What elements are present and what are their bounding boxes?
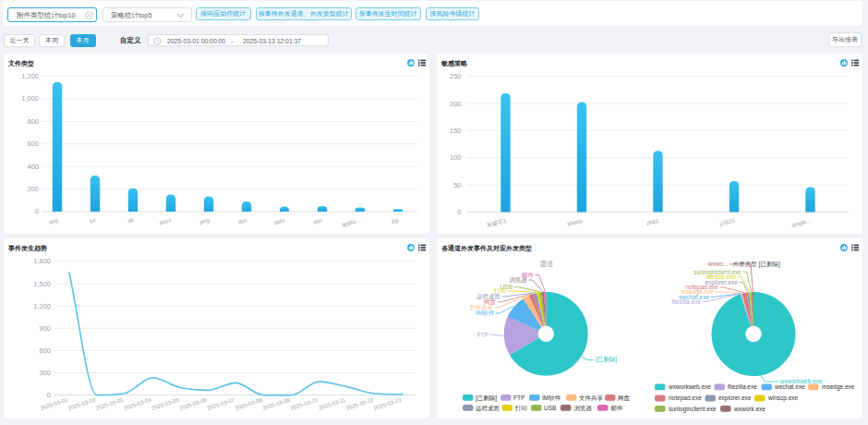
svg-text:2025-03-09: 2025-03-09 <box>262 397 292 411</box>
svg-text:dll: dll <box>127 216 134 224</box>
svg-text:notepad.exe: notepad.exe <box>669 395 702 402</box>
svg-text:2025-03-03: 2025-03-03 <box>95 397 125 411</box>
svg-text:2025-03-02: 2025-03-02 <box>67 397 97 411</box>
svg-text:100: 100 <box>450 153 462 162</box>
svg-text:2025-03-01: 2025-03-01 <box>40 397 69 411</box>
svg-text:250: 250 <box>450 72 462 80</box>
svg-text:0: 0 <box>47 391 51 399</box>
svg-text:远程桌面: 远程桌面 <box>476 405 500 412</box>
svg-text:200: 200 <box>450 100 462 108</box>
svg-text:900: 900 <box>39 324 51 333</box>
svg-text:FTP: FTP <box>513 395 524 401</box>
svg-text:600: 600 <box>39 346 51 355</box>
svg-text:[已删除]: [已删除] <box>596 356 617 363</box>
svg-text:200: 200 <box>27 185 39 193</box>
svg-text:zip: zip <box>391 216 400 225</box>
svg-text:png: png <box>199 216 210 225</box>
svg-text:2025-03-10: 2025-03-10 <box>290 397 319 411</box>
svg-text:0: 0 <box>35 207 39 215</box>
svg-text:2025-03-11: 2025-03-11 <box>318 397 346 411</box>
svg-text:applic...: applic... <box>341 216 362 227</box>
svg-text:wxworkweb.exe: wxworkweb.exe <box>668 383 711 390</box>
svg-text:1,800: 1,800 <box>33 257 51 265</box>
svg-text:2025-03-06: 2025-03-06 <box>179 397 209 411</box>
svg-text:打印: 打印 <box>514 405 527 412</box>
svg-text:50: 50 <box>453 181 461 189</box>
svg-text:explorer.exe: explorer.exe <box>718 395 752 402</box>
svg-text:1,000: 1,000 <box>21 94 39 103</box>
svg-text:wechat.exe: wechat.exe <box>774 383 805 390</box>
svg-text:1,500: 1,500 <box>33 280 51 288</box>
svg-text:关键字1: 关键字1 <box>486 217 508 230</box>
svg-text:USB: USB <box>544 405 556 411</box>
svg-text:xlsx: xlsx <box>312 216 324 225</box>
svg-text:FTP: FTP <box>477 332 488 338</box>
svg-text:doc: doc <box>237 216 247 225</box>
svg-text:IM软件: IM软件 <box>542 395 561 401</box>
svg-text:文件共享: 文件共享 <box>579 395 604 402</box>
svg-text:msedge.exe: msedge.exe <box>822 383 855 391</box>
svg-text:2025-03-04: 2025-03-04 <box>123 397 152 411</box>
svg-text:wxwork.exe: wxwork.exe <box>733 406 766 412</box>
svg-text:winscp.exe: winscp.exe <box>767 395 799 402</box>
svg-text:sheep: sheep <box>566 217 584 227</box>
svg-text:docx: docx <box>159 216 173 225</box>
svg-text:filezilla.exe: filezilla.exe <box>671 298 701 305</box>
svg-text:2025-03-05: 2025-03-05 <box>151 397 180 411</box>
svg-text:400: 400 <box>27 163 39 171</box>
svg-text:浏览器: 浏览器 <box>574 405 593 412</box>
svg-text:600: 600 <box>27 140 39 148</box>
svg-text:0: 0 <box>457 208 461 216</box>
svg-text:[已删除]: [已删除] <box>476 395 497 402</box>
svg-text:150: 150 <box>450 127 462 135</box>
svg-text:800: 800 <box>27 117 39 126</box>
svg-text:pptx: pptx <box>273 216 286 225</box>
svg-text:1,200: 1,200 <box>33 302 51 310</box>
svg-text:2025-03-08: 2025-03-08 <box>235 397 264 411</box>
svg-text:svg: svg <box>48 216 59 225</box>
svg-text:网盘: 网盘 <box>618 395 631 402</box>
svg-text:zha1: zha1 <box>645 217 659 226</box>
svg-text:2025-03-12: 2025-03-12 <box>345 397 375 411</box>
svg-text:2025-03-13: 2025-03-13 <box>373 397 403 411</box>
svg-text:1,200: 1,200 <box>21 72 39 80</box>
svg-text:wxwo...: wxwo... <box>707 261 729 267</box>
svg-text:2025-03-07: 2025-03-07 <box>207 397 236 411</box>
svg-text:邮件: 邮件 <box>611 405 624 412</box>
svg-text:txt: txt <box>89 216 96 225</box>
svg-text:IM软件: IM软件 <box>476 310 495 316</box>
svg-text:sunloginclient.exe: sunloginclient.exe <box>669 406 717 413</box>
svg-text:filezilla.exe: filezilla.exe <box>728 383 757 390</box>
svg-text:通道: 通道 <box>539 260 554 268</box>
svg-text:300: 300 <box>39 369 51 377</box>
svg-text:y3333: y3333 <box>718 217 736 227</box>
svg-text:single...: single... <box>790 217 812 228</box>
